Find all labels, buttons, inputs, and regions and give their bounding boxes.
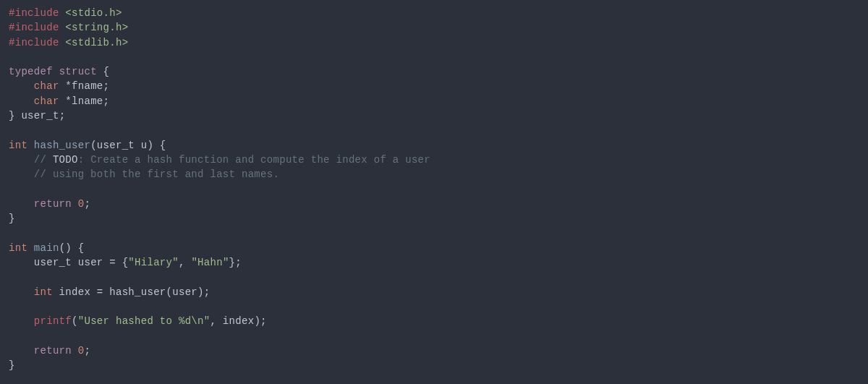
printf-rest: , index);: [210, 315, 266, 327]
preproc-include: #include: [9, 22, 59, 33]
kw-struct: struct: [59, 66, 97, 77]
main-sig: () {: [59, 242, 85, 254]
close-struct: }: [9, 110, 21, 121]
indent: [9, 95, 34, 107]
var-type: user_t: [34, 257, 72, 268]
param-type: user_t: [97, 140, 135, 151]
brace: {: [97, 66, 109, 77]
kw-return: return: [34, 345, 72, 357]
str-hahn: "Hahn": [191, 257, 229, 268]
preproc-include: #include: [9, 7, 59, 19]
var-lname: *lname;: [59, 95, 110, 107]
indent: [9, 80, 34, 92]
var-fname: *fname;: [59, 80, 110, 92]
todo-marker: TODO: [53, 154, 78, 166]
close-init: };: [229, 257, 242, 268]
type-char: char: [34, 95, 59, 107]
include-lib: <stdio.h>: [59, 7, 122, 19]
str-hilary: "Hilary": [128, 257, 179, 268]
type-int: int: [9, 140, 27, 151]
type-int: int: [34, 286, 53, 298]
comment-prefix: //: [9, 154, 53, 166]
printf-string: "User hashed to %d\n": [78, 315, 210, 327]
paren: (: [72, 315, 78, 327]
typename: user_t: [21, 110, 59, 121]
param-rest: u) {: [135, 140, 166, 151]
num-zero: 0: [72, 198, 84, 210]
include-lib: <string.h>: [59, 22, 129, 33]
indent: [9, 257, 34, 268]
kw-typedef: typedef: [9, 66, 53, 77]
type-char: char: [34, 80, 59, 92]
kw-return: return: [34, 198, 72, 210]
fn-main: main: [27, 242, 59, 254]
preproc-include: #include: [9, 37, 59, 48]
comment-text: : Create a hash function and compute the…: [78, 154, 430, 166]
fn-printf: printf: [34, 315, 72, 327]
comment-text: // using both the first and last names.: [9, 168, 279, 180]
semi: ;: [84, 345, 90, 357]
semi: ;: [59, 110, 66, 121]
fn-hash-user: hash_user: [27, 140, 90, 151]
paren: (: [90, 140, 97, 151]
num-zero: 0: [72, 345, 84, 357]
comma: ,: [179, 257, 191, 268]
var-decl: user = {: [72, 257, 128, 268]
include-lib: <stdlib.h>: [59, 37, 129, 48]
code-block: #include <stdio.h> #include <string.h> #…: [9, 6, 859, 372]
indent: [9, 286, 34, 298]
indent: [9, 345, 34, 357]
semi: ;: [84, 198, 90, 210]
index-decl: index = hash_user(user);: [53, 286, 210, 298]
close-brace: }: [9, 359, 15, 371]
type-int: int: [9, 242, 27, 254]
indent: [9, 315, 34, 327]
close-brace: }: [9, 213, 15, 224]
indent: [9, 198, 34, 210]
